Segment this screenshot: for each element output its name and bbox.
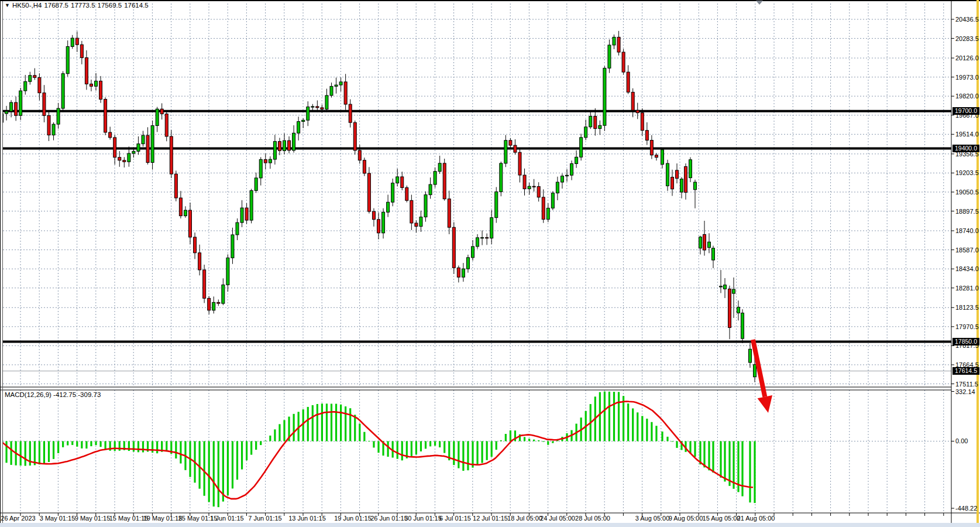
bull-candle bbox=[712, 248, 715, 260]
bear-candle bbox=[104, 100, 107, 132]
ohlc-low: 17569.5 bbox=[98, 2, 122, 9]
time-axis-label: 30 Jun 01:15 bbox=[404, 515, 442, 522]
bull-candle bbox=[666, 163, 669, 186]
bull-candle bbox=[132, 151, 135, 153]
bear-candle bbox=[43, 93, 46, 116]
bear-candle bbox=[278, 142, 281, 151]
bear-candle bbox=[344, 82, 347, 104]
bull-candle bbox=[429, 184, 432, 195]
bull-candle bbox=[424, 195, 427, 217]
bear-candle bbox=[452, 227, 455, 268]
bear-candle bbox=[358, 150, 361, 160]
bull-candle bbox=[472, 247, 474, 258]
bull-candle bbox=[250, 190, 253, 220]
price-axis-label: 18897.5 bbox=[955, 208, 979, 215]
bull-candle bbox=[749, 349, 752, 362]
time-axis-label: 1 Jun 01:15 bbox=[210, 515, 244, 522]
bear-candle bbox=[85, 58, 88, 84]
bear-candle bbox=[509, 141, 512, 145]
bear-candle bbox=[650, 141, 653, 155]
bear-candle bbox=[203, 270, 206, 298]
bull-candle bbox=[236, 223, 239, 235]
bear-candle bbox=[321, 108, 324, 109]
bear-candle bbox=[146, 135, 149, 162]
bear-candle bbox=[33, 76, 36, 78]
chart-window: ▼HK50-,H417687.517773.517569.517614.5 MA… bbox=[0, 0, 980, 527]
bull-candle bbox=[689, 160, 692, 178]
chart-canvas[interactable] bbox=[0, 0, 980, 527]
bear-candle bbox=[405, 187, 408, 200]
bull-candle bbox=[29, 76, 32, 81]
bear-candle bbox=[410, 200, 413, 223]
bear-candle bbox=[174, 174, 177, 198]
price-axis-label: 19973.0 bbox=[955, 74, 979, 81]
bear-candle bbox=[542, 197, 545, 220]
bull-candle bbox=[694, 182, 697, 190]
bear-candle bbox=[198, 253, 201, 270]
bull-candle bbox=[528, 186, 531, 189]
bull-candle bbox=[57, 108, 60, 124]
price-axis-label: 18740.0 bbox=[955, 227, 979, 235]
time-axis-label: 19 Jun 01:15 bbox=[334, 515, 372, 522]
bull-candle bbox=[259, 159, 262, 178]
bear-candle bbox=[617, 37, 620, 52]
price-axis-label: 18587.0 bbox=[955, 247, 979, 254]
bull-candle bbox=[226, 258, 229, 285]
time-axis-label: 15 Aug 05:00 bbox=[703, 515, 741, 522]
bull-candle bbox=[500, 163, 503, 192]
bull-candle bbox=[212, 302, 215, 310]
bull-candle bbox=[466, 258, 469, 269]
bull-candle bbox=[419, 217, 422, 227]
bear-candle bbox=[316, 107, 319, 108]
price-axis-label: 19820.0 bbox=[955, 93, 979, 100]
bull-candle bbox=[269, 159, 271, 163]
bear-candle bbox=[264, 159, 267, 163]
time-axis-label: 18 Jul 05:00 bbox=[507, 515, 542, 522]
price-axis-label: 18123.5 bbox=[955, 304, 979, 312]
bear-candle bbox=[448, 199, 451, 228]
bull-candle bbox=[339, 82, 342, 85]
bear-candle bbox=[486, 238, 489, 238]
bull-candle bbox=[434, 172, 436, 184]
bull-candle bbox=[24, 81, 27, 91]
bull-candle bbox=[156, 109, 159, 125]
bull-candle bbox=[387, 202, 390, 212]
bull-candle bbox=[240, 208, 243, 223]
bear-candle bbox=[685, 166, 687, 192]
bull-candle bbox=[661, 150, 664, 165]
bull-candle bbox=[283, 141, 286, 150]
bull-candle bbox=[52, 124, 55, 135]
price-axis-label: 20436.5 bbox=[955, 16, 979, 23]
bull-candle bbox=[741, 313, 744, 339]
bull-candle bbox=[699, 237, 702, 248]
bear-candle bbox=[75, 38, 78, 45]
bull-candle bbox=[19, 91, 22, 115]
bull-candle bbox=[231, 235, 234, 258]
bear-candle bbox=[537, 186, 540, 197]
bear-candle bbox=[363, 160, 366, 173]
bull-candle bbox=[733, 289, 735, 293]
time-axis-label: 9 Aug 05:00 bbox=[669, 515, 703, 522]
bear-candle bbox=[636, 110, 639, 112]
current-price-badge: 17614.5 bbox=[953, 367, 979, 375]
bull-candle bbox=[151, 126, 154, 163]
bear-candle bbox=[594, 117, 597, 129]
bear-candle bbox=[514, 145, 517, 152]
bear-candle bbox=[728, 289, 731, 327]
symbol-dropdown-icon[interactable]: ▼ bbox=[5, 2, 10, 8]
price-axis-label: 17511.5 bbox=[955, 381, 978, 388]
bull-candle bbox=[330, 86, 333, 95]
chart-shift-marker-icon[interactable] bbox=[756, 1, 763, 5]
time-axis-label: 6 Jul 01:15 bbox=[439, 515, 471, 522]
window-left-border bbox=[0, 0, 1, 523]
ohlc-close: 17614.5 bbox=[124, 2, 149, 9]
bear-candle bbox=[377, 220, 380, 233]
bear-candle bbox=[523, 175, 526, 189]
bull-candle bbox=[708, 242, 711, 248]
bear-candle bbox=[189, 210, 192, 237]
macd-panel bbox=[1, 390, 951, 513]
bull-candle bbox=[391, 183, 394, 203]
bull-candle bbox=[613, 37, 615, 45]
bear-candle bbox=[15, 102, 18, 115]
main-price-panel bbox=[1, 4, 952, 387]
